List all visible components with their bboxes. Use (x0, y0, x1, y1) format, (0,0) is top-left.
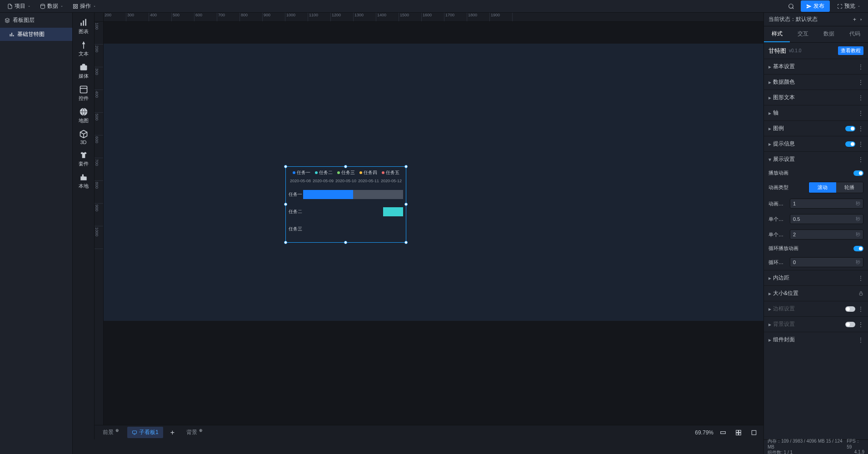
menu-data-label: 数据 (47, 2, 58, 10)
scroll-stay-input[interactable] (793, 232, 856, 237)
tab-foreground[interactable]: 前景 ⊕ (98, 427, 124, 438)
comp-3d[interactable]: 3D (73, 127, 95, 148)
seg-carousel[interactable]: 轮播 (836, 182, 863, 193)
layers-header: 看板图层 (0, 13, 72, 28)
field-loop: 循环播放动画 (764, 242, 868, 254)
canvas-area: 2003004005006007008009001000110012001300… (95, 13, 763, 439)
svg-rect-2 (76, 4, 78, 6)
menu-data[interactable]: 数据 (36, 0, 67, 12)
tab-subboard[interactable]: 子看板1 (127, 427, 163, 438)
comp-chart[interactable]: 图表 (73, 15, 95, 38)
comp-kit-label: 套件 (79, 160, 89, 167)
tab-interact[interactable]: 交互 (790, 26, 816, 42)
search-button[interactable] (785, 1, 797, 11)
comp-media[interactable]: 媒体 (73, 60, 95, 82)
menu-project[interactable]: 项目 (4, 0, 35, 12)
resize-handle-e[interactable] (404, 203, 408, 206)
section-menu-icon[interactable]: ⋮ (858, 306, 863, 312)
preview-button[interactable]: 预览 (833, 0, 864, 12)
section-fig-text[interactable]: ▸图形文本⋮ (764, 90, 868, 105)
menu-ops[interactable]: 操作 (69, 0, 100, 12)
section-menu-icon[interactable]: ⋮ (858, 125, 863, 132)
toggle-tooltip[interactable] (845, 141, 855, 147)
comp-local[interactable]: 本地 (73, 170, 95, 192)
layout-toggle-1[interactable] (717, 428, 729, 438)
section-cover[interactable]: ▸组件封面⋮ (764, 332, 868, 347)
resize-handle-w[interactable] (284, 203, 287, 206)
toggle-play-anim[interactable] (853, 170, 863, 176)
layer-item-label: 基础甘特图 (17, 30, 45, 38)
comp-text[interactable]: 文本 (73, 38, 95, 60)
ruler-tick: 1600 (422, 13, 444, 21)
section-basic[interactable]: ▸基本设置⋮ (764, 59, 868, 74)
toggle-legend[interactable] (845, 126, 855, 131)
toggle-loop[interactable] (853, 246, 863, 251)
lock-icon[interactable] (858, 291, 863, 296)
loop-gap-input[interactable] (793, 259, 856, 265)
search-icon (788, 3, 794, 10)
layer-item-gantt[interactable]: 基础甘特图 (0, 28, 72, 41)
tab-background[interactable]: 背景 ⊕ (182, 427, 207, 438)
section-size-pos-label: 大小&位置 (773, 289, 858, 297)
add-state-button[interactable]: + (850, 16, 859, 23)
tab-code[interactable]: 代码 (842, 26, 868, 42)
toggle-bg[interactable] (845, 322, 855, 327)
section-legend[interactable]: ▸图例 ⋮ (764, 120, 868, 136)
canvas-inner[interactable]: 任务一任务二任务三任务四任务五 2020-05-082020-05-092020… (104, 22, 763, 439)
preview-label: 预览 (844, 2, 855, 10)
layout-toggle-3[interactable] (748, 428, 760, 438)
svg-marker-7 (5, 18, 10, 20)
section-tooltip[interactable]: ▸提示信息 ⋮ (764, 136, 868, 151)
section-size-pos[interactable]: ▸大小&位置 (764, 285, 868, 301)
field-scroll-dur-label: 单个滚动持续时长 (768, 216, 786, 223)
gantt-row: 任务三 (286, 220, 406, 238)
comp-kit[interactable]: 套件 (73, 148, 95, 170)
toggle-border[interactable] (845, 306, 855, 312)
scroll-dur-input[interactable] (793, 216, 856, 222)
section-menu-icon[interactable]: ⋮ (858, 110, 863, 116)
section-menu-icon[interactable]: ⋮ (858, 275, 863, 281)
section-cover-label: 组件封面 (773, 336, 858, 344)
section-menu-icon[interactable]: ⋮ (858, 321, 863, 328)
comp-widget[interactable]: 控件 (73, 82, 95, 105)
ruler-horizontal: 2003004005006007008009001000110012001300… (104, 13, 763, 22)
layout-toggle-2[interactable] (733, 428, 744, 438)
section-data-color[interactable]: ▸数据颜色⋮ (764, 74, 868, 90)
section-bg[interactable]: ▸背景设置 ⋮ (764, 316, 868, 332)
resize-handle-ne[interactable] (404, 165, 408, 168)
section-legend-label: 图例 (773, 125, 845, 132)
tab-data[interactable]: 数据 (816, 26, 842, 42)
ruler-tick: 500 (95, 113, 103, 135)
resize-handle-nw[interactable] (284, 165, 287, 168)
section-axis[interactable]: ▸轴⋮ (764, 105, 868, 120)
gantt-bar-task1 (303, 190, 353, 199)
resize-handle-sw[interactable] (284, 241, 287, 244)
section-border[interactable]: ▸边框设置 ⋮ (764, 301, 868, 316)
comp-widget-label: 控件 (79, 95, 89, 102)
resize-handle-n[interactable] (344, 165, 347, 168)
resize-handle-se[interactable] (404, 241, 408, 244)
ruler-tick: 1400 (376, 13, 399, 21)
section-display[interactable]: ▾展示设置⋮ (764, 151, 868, 167)
publish-button[interactable]: 发布 (801, 0, 830, 12)
artboard[interactable]: 任务一任务二任务三任务四任务五 2020-05-082020-05-092020… (104, 44, 763, 321)
send-icon (806, 4, 812, 9)
chevron-right-icon[interactable] (859, 17, 863, 22)
comp-map[interactable]: 地图 (73, 105, 95, 127)
gantt-widget[interactable]: 任务一任务二任务三任务四任务五 2020-05-082020-05-092020… (285, 166, 406, 243)
tutorial-button[interactable]: 查看教程 (838, 46, 863, 55)
resize-handle-s[interactable] (344, 241, 347, 244)
tab-style[interactable]: 样式 (764, 26, 790, 42)
section-menu-icon[interactable]: ⋮ (858, 79, 863, 85)
delay-input[interactable] (793, 201, 856, 206)
seg-scroll[interactable]: 滚动 (809, 182, 836, 193)
tab-add-button[interactable]: + (167, 427, 178, 439)
section-menu-icon[interactable]: ⋮ (858, 64, 863, 70)
state-label: 当前状态： (768, 15, 796, 23)
section-menu-icon[interactable]: ⋮ (858, 156, 863, 163)
section-padding[interactable]: ▸内边距⋮ (764, 270, 868, 285)
section-menu-icon[interactable]: ⋮ (858, 141, 863, 147)
section-menu-icon[interactable]: ⋮ (858, 95, 863, 101)
section-menu-icon[interactable]: ⋮ (858, 337, 863, 343)
legend-item: 任务一 (293, 170, 310, 176)
